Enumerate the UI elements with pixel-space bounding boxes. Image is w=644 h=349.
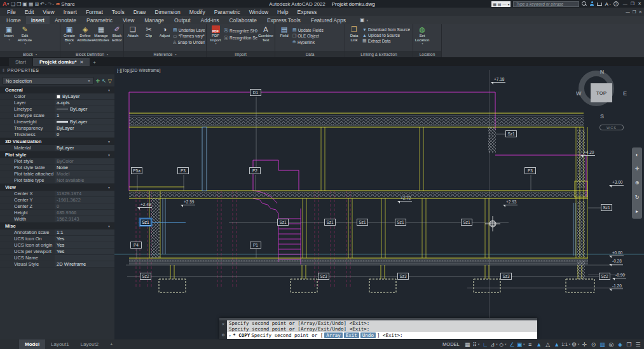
chevron-down-icon[interactable]: ▾ [45,3,46,6]
panel-title-reference[interactable]: Reference▾ [124,51,206,57]
property-value[interactable]: a-opis [55,100,114,106]
view-switch-icon-3[interactable]: ▾ [507,2,509,6]
object-snap-toggle[interactable]: ▣▼ [517,341,525,348]
chevron-down-icon[interactable]: ▾ [53,3,54,6]
units-toggle[interactable]: ⊙ [589,341,598,348]
drawing-label[interactable]: P1 [250,242,261,249]
save-button[interactable]: ▣ [22,1,27,7]
elevation-marker[interactable]: +7.18 [493,77,505,83]
ribbon-button-block-editor[interactable]: ✐Block Editor [109,25,123,42]
command-option-undo[interactable]: Undo [360,332,376,338]
panel-title-data[interactable]: Data [275,51,345,57]
menu-express[interactable]: Express [293,9,322,15]
doc-close-button[interactable]: ✕ [639,10,642,15]
lineweight-toggle[interactable]: ≡ [526,341,534,348]
drawing-label[interactable]: P4 [130,242,142,249]
panel-title-block-definition[interactable]: Block Definition▾ [60,51,123,57]
search-input[interactable] [513,1,579,7]
ribbon-button-recognition-settings[interactable]: ⒶRecognition Settings [224,35,257,41]
drawing-label[interactable]: P2 [249,167,261,174]
select-objects-icon[interactable]: ↖ [102,78,106,84]
menu-format[interactable]: Format [81,9,107,15]
drawing-label[interactable]: Sz3 [318,273,329,280]
view-switch-icon-0[interactable]: ▦ [493,2,497,6]
ribbon-display-toggle[interactable]: ▣ ▾ [360,16,368,24]
annotation-visibility-toggle[interactable]: ▲ [535,341,543,348]
property-value[interactable]: Yes [55,249,114,254]
navigation-wheel-icon[interactable]: ◐ [636,152,639,158]
app-menu-button[interactable]: A▾ [3,1,9,7]
property-value[interactable]: ByLayer [55,125,114,131]
compass-north[interactable]: N [575,69,629,75]
annotation-scale-value[interactable]: 1:1▼ [561,341,571,348]
isometric-drafting-toggle[interactable]: ◇▼ [499,341,507,348]
property-value[interactable]: Not available [55,177,114,183]
workspace-toggle[interactable]: ⚙▼ [572,341,580,348]
ribbon-button-update-fields[interactable]: ▤Update Fields [292,27,324,32]
grid-toggle[interactable]: ▦ [463,341,472,348]
pan-icon[interactable]: ✛ [635,166,640,172]
menu-modify[interactable]: Modify [185,9,210,15]
menu-help[interactable]: Help [273,9,292,15]
menu-window[interactable]: Window [245,9,273,15]
section-misc[interactable]: Misc▼ [0,222,114,229]
file-tab-start[interactable]: Start [9,58,32,66]
ribbon-button-frames-vary[interactable]: ▭*Frames vary*▾ [173,34,205,39]
new-layout-button[interactable]: + [104,339,119,349]
doc-restore-button[interactable]: ❐ [633,10,636,15]
layout-tab-layout1[interactable]: Layout1 [45,339,74,349]
drawing-label[interactable]: Sz1 [461,219,472,226]
ribbon-button-insert[interactable]: ▣Insert▾ [1,25,17,42]
redo-button[interactable]: ↷▾ [48,1,54,7]
ribbon-button-data-link[interactable]: ❒Data Link [346,25,362,42]
drawing-label[interactable]: Sz1 [505,130,517,137]
doc-minimize-button[interactable]: — [626,10,630,15]
new-drawing-tab-button[interactable]: + [90,58,98,66]
ribbon-button-pdf-import[interactable]: PDFPDF Import▾ [208,25,223,46]
zoom-icon[interactable]: ⊕ [635,180,640,186]
command-input-line[interactable]: ▸ * COPY Specify second point or [ Array… [227,332,537,339]
view-switch-icon-2[interactable]: — [502,2,506,6]
search-icon[interactable] [582,1,587,6]
section-view[interactable]: View▼ [0,184,114,191]
menu-dimension[interactable]: Dimension [151,9,185,15]
snap-mode-toggle[interactable]: ⠿▼ [472,341,481,348]
drawing-canvas[interactable]: [-][Top][2D Wireframe] [114,66,644,340]
property-value[interactable]: 1:1 [55,229,114,235]
drawing-label[interactable]: Sz1 [601,204,612,211]
close-icon[interactable]: ✕ [222,322,224,327]
sign-in-icon[interactable] [589,1,594,6]
command-option-exit[interactable]: Exit [344,332,359,338]
elevation-marker[interactable]: +4.20 [583,150,595,156]
menu-parametric[interactable]: Parametric [210,9,245,15]
plot-button[interactable]: ⊞ [34,1,39,7]
app-store-icon[interactable] [597,3,602,6]
command-option-array[interactable]: Array [324,332,343,338]
tab-annotate[interactable]: Annotate [50,16,81,24]
drawing-label[interactable]: Sz1 [140,219,151,226]
open-file-button[interactable]: ❒ [17,1,21,7]
ribbon-button-underlay-layers[interactable]: ▤Underlay Layers [173,27,205,32]
elevation-marker[interactable]: -0.28 [612,259,623,264]
object-snap-tracking-toggle[interactable]: ∠ [508,341,516,348]
wcs-button[interactable]: WCS [599,125,624,130]
ribbon-button-set-location[interactable]: ◍Set Location▾ [414,25,430,46]
panel-title-location[interactable]: Location [413,51,441,57]
ribbon-button-combine-text[interactable]: ACombine Text [258,25,273,42]
property-value[interactable]: 11929.1974 [55,191,114,196]
autodesk-app-button[interactable]: A▾ [605,1,610,7]
selection-dropdown[interactable]: No selection ▼ [3,77,93,85]
menu-insert[interactable]: Insert [59,9,81,15]
ribbon-button-edit-attribute[interactable]: ✎Edit Attribute▾ [17,25,32,46]
property-value[interactable]: 1562.9143 [55,216,114,222]
elevation-marker[interactable]: -1.20 [612,284,623,289]
elevation-marker[interactable]: +3.00 [612,180,624,186]
section-3d-visualization[interactable]: 3D Visualization▼ [0,138,114,145]
menu-draw[interactable]: Draw [129,9,151,15]
panel-title-block[interactable]: Block▾ [0,51,60,57]
drawing-label[interactable]: Sz2 [140,273,151,280]
ribbon-button-manage-attributes[interactable]: ▦Manage Attributes [93,25,109,42]
share-button[interactable]: ➦ Share [56,1,75,7]
view-switch-icon-1[interactable]: ▤ [498,2,502,6]
recent-commands-icon[interactable]: ▸ [229,333,231,338]
